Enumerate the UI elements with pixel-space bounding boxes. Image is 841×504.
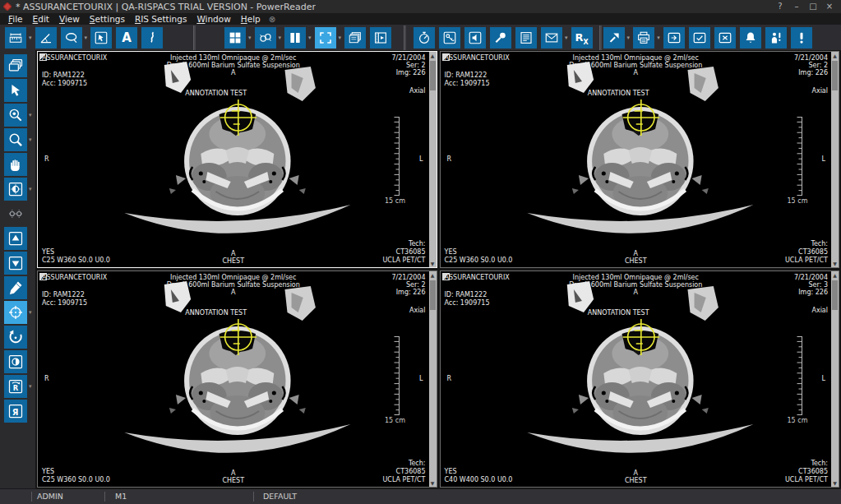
- timer-button[interactable]: [414, 27, 435, 49]
- scroll-up-arrow[interactable]: ▲: [831, 271, 839, 279]
- flip-image-button[interactable]: Я: [4, 400, 27, 423]
- ruler-button[interactable]: [5, 27, 26, 49]
- viewport-panel-3[interactable]: ASSURANCETOURIXID: RAM1222Acc: 1909715In…: [37, 270, 437, 488]
- annotation-text[interactable]: ANNOTATION TEST: [185, 309, 247, 317]
- window-level-button[interactable]: [4, 178, 27, 201]
- dropdown-arrow-icon[interactable]: ▾: [279, 35, 282, 41]
- close-button[interactable]: ×: [821, 0, 838, 13]
- pointer-select-button[interactable]: [90, 27, 112, 49]
- scrollbar-thumb[interactable]: [430, 280, 436, 310]
- page-down-button[interactable]: [4, 252, 27, 275]
- tech-label: Tech:: [785, 240, 828, 248]
- viewport-panel-2[interactable]: ASSURANCETOURIXID: RAM1222Acc: 1909715In…: [440, 51, 840, 268]
- crosshair-localizer-button[interactable]: [4, 301, 27, 324]
- menu-file[interactable]: File: [3, 14, 28, 24]
- scale-ruler: [792, 117, 803, 196]
- cine-player-button[interactable]: [370, 27, 391, 49]
- dropdown-arrow-icon[interactable]: ▾: [308, 35, 312, 41]
- series-link-button[interactable]: [255, 27, 276, 49]
- dictation-mic-button[interactable]: [490, 27, 511, 49]
- dropdown-arrow-icon[interactable]: ▾: [29, 112, 32, 118]
- dropdown-arrow-icon[interactable]: ▾: [85, 35, 88, 41]
- scrollbar-thumb[interactable]: [832, 61, 838, 90]
- panel-scrollbar[interactable]: ▲▼: [429, 52, 437, 267]
- dropdown-arrow-icon[interactable]: ▾: [627, 35, 631, 41]
- maximize-button[interactable]: □: [805, 0, 821, 13]
- panel-selector-icon[interactable]: [442, 273, 450, 280]
- dropdown-arrow-icon[interactable]: ▾: [657, 35, 660, 41]
- folder-approve-button[interactable]: [689, 27, 710, 49]
- dropdown-arrow-icon[interactable]: ▾: [248, 35, 252, 41]
- minimize-button[interactable]: –: [788, 0, 805, 13]
- scroll-up-arrow[interactable]: ▲: [429, 271, 437, 279]
- dropdown-arrow-icon[interactable]: ▾: [565, 35, 568, 41]
- layout-grid-button[interactable]: [224, 27, 246, 49]
- page-up-button[interactable]: [4, 227, 27, 250]
- dropdown-arrow-icon[interactable]: ▾: [339, 35, 342, 41]
- key-image-button[interactable]: [439, 27, 460, 49]
- panel-scrollbar[interactable]: ▲▼: [831, 52, 839, 267]
- pointer-button[interactable]: [4, 79, 27, 102]
- ellipse-roi-button[interactable]: [61, 27, 82, 49]
- panel-selector-icon[interactable]: [39, 273, 47, 280]
- dropdown-arrow-icon[interactable]: ▾: [29, 383, 32, 390]
- scroll-down-arrow[interactable]: ▼: [429, 479, 437, 487]
- panel-scrollbar[interactable]: ▲▼: [831, 271, 839, 487]
- scrollbar-thumb[interactable]: [430, 61, 436, 90]
- export-button[interactable]: [603, 27, 625, 49]
- menu-settings[interactable]: Settings: [85, 14, 130, 24]
- scroll-up-arrow[interactable]: ▲: [429, 52, 437, 59]
- prescription-button[interactable]: RX: [571, 27, 593, 49]
- series-stack-button[interactable]: [4, 54, 27, 77]
- zoom-button[interactable]: [4, 128, 27, 151]
- window-level-presets-button[interactable]: [4, 202, 27, 225]
- scrollbar-thumb[interactable]: [832, 280, 838, 310]
- scroll-down-arrow[interactable]: ▼: [831, 260, 839, 267]
- folder-reject-button[interactable]: [714, 27, 736, 49]
- rotate-image-button[interactable]: R: [4, 375, 27, 398]
- angle-measure-button[interactable]: [35, 27, 57, 49]
- folder-forward-button[interactable]: [663, 27, 685, 49]
- menu-view[interactable]: View: [54, 14, 85, 24]
- text-annotation-button[interactable]: A: [116, 27, 137, 49]
- compare-layout-button[interactable]: [284, 27, 306, 49]
- panel-selector-icon[interactable]: [39, 53, 47, 61]
- audio-note-button[interactable]: [464, 27, 486, 49]
- dropdown-arrow-icon[interactable]: ▾: [29, 309, 32, 316]
- menu-edit[interactable]: Edit: [28, 14, 54, 24]
- menu-window[interactable]: Window: [192, 14, 235, 24]
- menu-ris-settings[interactable]: RIS Settings: [130, 14, 192, 24]
- menu-help[interactable]: Help: [236, 14, 266, 24]
- scroll-up-arrow[interactable]: ▲: [831, 52, 839, 59]
- sidebar-row: ▾: [4, 103, 35, 127]
- annotation-text[interactable]: ANNOTATION TEST: [588, 90, 649, 97]
- dropdown-arrow-icon[interactable]: ▾: [29, 35, 32, 41]
- contrast-line-1: Injected 130ml Omnipaque @ 2ml/sec: [441, 54, 832, 62]
- patient-alert-button[interactable]: [765, 27, 787, 49]
- dropdown-arrow-icon[interactable]: ▾: [29, 136, 32, 143]
- scroll-down-arrow[interactable]: ▼: [429, 260, 437, 267]
- send-message-button[interactable]: [541, 27, 562, 49]
- stat-alert-button[interactable]: [791, 27, 812, 49]
- annotation-text[interactable]: ANNOTATION TEST: [588, 309, 649, 317]
- panel-scrollbar[interactable]: ▲▼: [429, 271, 437, 487]
- image-stack-button[interactable]: [344, 27, 366, 49]
- pan-hand-button[interactable]: [4, 153, 27, 176]
- annotation-text[interactable]: ANNOTATION TEST: [185, 90, 247, 97]
- help-button[interactable]: ?: [772, 0, 788, 13]
- scroll-down-arrow[interactable]: ▼: [831, 479, 839, 487]
- tech-id: CT36085: [382, 248, 425, 257]
- spine-label-button[interactable]: [141, 27, 163, 49]
- viewport-panel-4[interactable]: ASSURANCETOURIXID: RAM1222Acc: 1909715In…: [440, 270, 840, 488]
- print-button[interactable]: [633, 27, 654, 49]
- notifications-button[interactable]: [740, 27, 761, 49]
- report-button[interactable]: [515, 27, 537, 49]
- viewport-panel-1[interactable]: ASSURANCETOURIXID: RAM1222Acc: 1909715In…: [37, 51, 437, 268]
- magnify-glass-button[interactable]: [4, 104, 27, 127]
- panel-selector-icon[interactable]: [442, 53, 450, 61]
- draw-pen-button[interactable]: [4, 276, 27, 299]
- dropdown-arrow-icon[interactable]: ▾: [29, 186, 32, 192]
- fit-to-window-button[interactable]: [315, 27, 336, 49]
- rotate-ccw-button[interactable]: [4, 326, 27, 349]
- invert-button[interactable]: [4, 350, 27, 373]
